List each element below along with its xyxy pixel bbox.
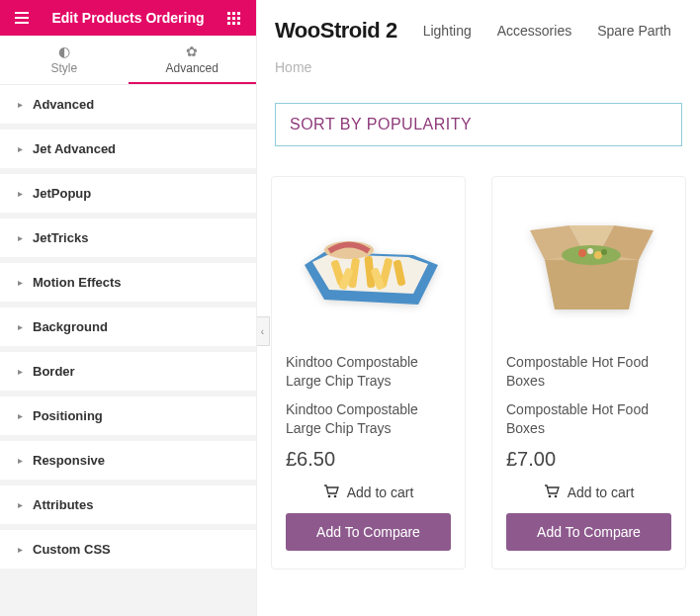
accordion-item-advanced[interactable]: ▸Advanced	[0, 85, 256, 130]
tabs-row: ◐ Style ✿ Advanced	[0, 36, 256, 85]
chevron-right-icon: ▸	[18, 99, 23, 110]
hamburger-icon	[15, 12, 29, 24]
chevron-right-icon: ▸	[18, 277, 23, 288]
chevron-right-icon: ▸	[18, 188, 23, 199]
products-grid: Kindtoo Compostable Large Chip Trays Kin…	[257, 176, 700, 570]
accordion-item-jetpopup[interactable]: ▸JetPopup	[0, 174, 256, 219]
product-subtitle: Compostable Hot Food Boxes	[506, 400, 671, 438]
apps-button[interactable]	[220, 12, 248, 25]
accordion-item-jettricks[interactable]: ▸JetTricks	[0, 219, 256, 263]
panel-title: Edit Products Ordering	[36, 10, 220, 26]
accordion-label: JetTricks	[33, 230, 88, 245]
accordion-item-responsive[interactable]: ▸Responsive	[0, 441, 256, 485]
accordion-label: Motion Effects	[33, 275, 122, 290]
chevron-right-icon: ▸	[18, 410, 23, 421]
accordion-label: Border	[33, 364, 75, 379]
cart-icon	[323, 484, 339, 501]
tab-label: Style	[50, 61, 77, 75]
accordion-item-jet-advanced[interactable]: ▸Jet Advanced	[0, 130, 256, 174]
accordion-item-border[interactable]: ▸Border	[0, 352, 256, 396]
accordion-item-attributes[interactable]: ▸Attributes	[0, 485, 256, 530]
accordion-label: Custom CSS	[33, 542, 111, 557]
accordion-label: Jet Advanced	[33, 141, 116, 156]
product-card: Compostable Hot Food Boxes Compostable H…	[491, 176, 686, 570]
nav-links: Lighting Accessories Spare Parth	[423, 23, 671, 39]
svg-point-9	[333, 494, 336, 497]
accordion-list: ▸Advanced ▸Jet Advanced ▸JetPopup ▸JetTr…	[0, 85, 256, 616]
collapse-panel-button[interactable]: ‹	[257, 316, 270, 346]
breadcrumb[interactable]: Home	[257, 49, 700, 103]
chevron-right-icon: ▸	[18, 321, 23, 332]
add-to-cart-label: Add to cart	[347, 484, 414, 500]
nav-link[interactable]: Lighting	[423, 23, 472, 39]
add-to-cart-label: Add to cart	[568, 484, 635, 500]
chevron-left-icon: ‹	[261, 326, 264, 337]
chevron-right-icon: ▸	[18, 143, 23, 154]
chevron-right-icon: ▸	[18, 232, 23, 243]
chevron-right-icon: ▸	[18, 455, 23, 466]
tab-style[interactable]: ◐ Style	[0, 36, 129, 84]
preview-area: ‹ WooStroid 2 Lighting Accessories Spare…	[257, 0, 700, 616]
svg-point-11	[578, 249, 586, 257]
product-subtitle: Kindtoo Compostable Large Chip Trays	[286, 400, 451, 438]
svg-point-12	[594, 251, 602, 259]
accordion-label: Attributes	[33, 497, 93, 512]
nav-link[interactable]: Accessories	[497, 23, 571, 39]
accordion-label: Positioning	[33, 408, 103, 423]
accordion-label: Responsive	[33, 453, 105, 468]
sort-label: SORT BY POPULARITY	[290, 116, 472, 132]
product-price: £6.50	[286, 448, 451, 471]
sort-dropdown[interactable]: SORT BY POPULARITY	[275, 103, 682, 146]
menu-button[interactable]	[8, 12, 36, 24]
accordion-label: JetPopup	[33, 186, 91, 201]
chevron-right-icon: ▸	[18, 366, 23, 377]
apps-icon	[227, 12, 241, 25]
svg-point-15	[548, 494, 551, 497]
panel-header: Edit Products Ordering	[0, 0, 256, 36]
svg-point-14	[601, 249, 607, 255]
chip-tray-icon	[295, 211, 443, 319]
food-box-icon	[515, 206, 663, 324]
gear-icon: ✿	[129, 44, 257, 59]
breadcrumb-home: Home	[275, 59, 311, 75]
add-to-cart-button[interactable]: Add to cart	[506, 484, 671, 501]
product-image[interactable]	[286, 191, 451, 339]
compare-button[interactable]: Add To Compare	[286, 513, 451, 551]
product-title[interactable]: Compostable Hot Food Boxes	[506, 353, 671, 391]
compare-button[interactable]: Add To Compare	[506, 513, 671, 551]
svg-point-13	[587, 248, 593, 254]
accordion-item-background[interactable]: ▸Background	[0, 308, 256, 352]
tab-label: Advanced	[166, 61, 219, 75]
product-title[interactable]: Kindtoo Compostable Large Chip Trays	[286, 353, 451, 391]
chevron-right-icon: ▸	[18, 544, 23, 555]
accordion-item-positioning[interactable]: ▸Positioning	[0, 396, 256, 441]
accordion-label: Advanced	[33, 97, 94, 112]
svg-point-8	[327, 494, 330, 497]
product-price: £7.00	[506, 448, 671, 471]
svg-point-16	[554, 494, 557, 497]
accordion-item-motion-effects[interactable]: ▸Motion Effects	[0, 263, 256, 308]
site-header: WooStroid 2 Lighting Accessories Spare P…	[257, 0, 700, 49]
product-card: Kindtoo Compostable Large Chip Trays Kin…	[271, 176, 466, 570]
style-icon: ◐	[0, 44, 129, 59]
cart-icon	[544, 484, 560, 501]
svg-point-10	[562, 245, 621, 265]
editor-panel: Edit Products Ordering ◐ Style ✿ Advance…	[0, 0, 257, 616]
nav-link[interactable]: Spare Parth	[597, 23, 671, 39]
accordion-label: Background	[33, 319, 108, 334]
chevron-right-icon: ▸	[18, 499, 23, 510]
tab-advanced[interactable]: ✿ Advanced	[129, 36, 257, 84]
add-to-cart-button[interactable]: Add to cart	[286, 484, 451, 501]
accordion-item-custom-css[interactable]: ▸Custom CSS	[0, 530, 256, 574]
product-image[interactable]	[506, 191, 671, 339]
site-logo[interactable]: WooStroid 2	[275, 18, 397, 44]
